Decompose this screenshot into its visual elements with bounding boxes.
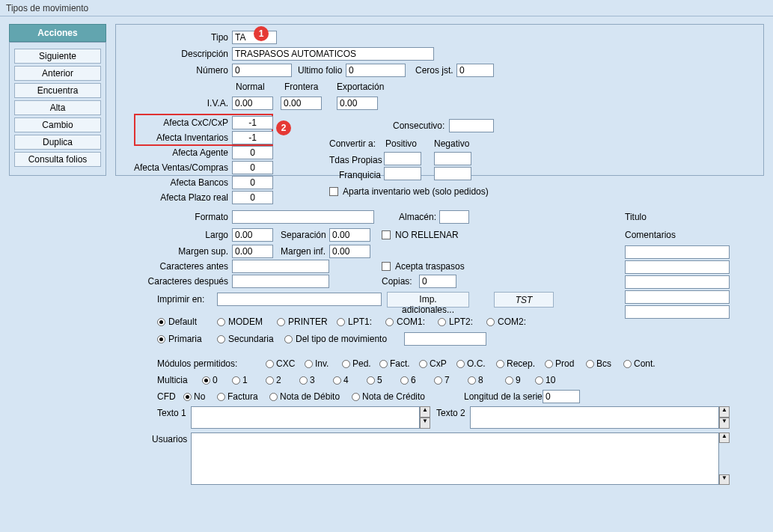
texto1-spin-up[interactable]: ▲: [420, 406, 430, 418]
multicia-7-radio[interactable]: [434, 376, 442, 385]
mod-oc-radio[interactable]: [456, 360, 465, 368]
comentarios-input-4[interactable]: [625, 290, 730, 304]
printer-com1-radio[interactable]: [385, 318, 394, 326]
imprimir-en-input[interactable]: [217, 293, 382, 306]
formato-input[interactable]: [232, 210, 374, 224]
mode-deltipo-radio[interactable]: [284, 335, 293, 343]
multicia-3-radio[interactable]: [299, 376, 308, 385]
imp-adicionales-button[interactable]: Imp. adicionales...: [387, 292, 469, 308]
comentarios-input-1[interactable]: [625, 245, 730, 259]
caracteres-antes-input[interactable]: [232, 260, 329, 273]
cfd-notacredito-radio[interactable]: [352, 393, 360, 401]
usuarios-scroll-down[interactable]: ▼: [719, 474, 730, 485]
aparta-inv-check[interactable]: [329, 187, 338, 196]
mod-prod-radio[interactable]: [545, 360, 553, 368]
multicia-8-radio[interactable]: [468, 376, 476, 385]
ultimo-folio-input[interactable]: [346, 64, 406, 77]
mod-oc-label: O.C.: [467, 358, 486, 369]
printer-com2-radio[interactable]: [486, 318, 495, 326]
usuarios-scroll-up[interactable]: ▲: [719, 432, 730, 443]
multicia-6-radio[interactable]: [400, 376, 409, 385]
printer-lpt1-radio[interactable]: [337, 318, 345, 326]
multicia-4-radio[interactable]: [333, 376, 341, 385]
comentarios-input-5[interactable]: [625, 305, 730, 319]
afecta-ventas-input[interactable]: [232, 161, 273, 174]
tdas-propias-input2[interactable]: [434, 152, 471, 165]
largo-input[interactable]: [232, 228, 273, 242]
action-siguiente[interactable]: Siguiente: [14, 49, 101, 64]
multicia-1-radio[interactable]: [232, 376, 240, 385]
cfd-notadebito-radio[interactable]: [269, 393, 278, 401]
tst-button[interactable]: TST: [494, 292, 554, 308]
mode-primaria-radio[interactable]: [157, 335, 165, 343]
action-cambio[interactable]: Cambio: [14, 117, 101, 132]
franquicia-input[interactable]: [384, 167, 421, 180]
mod-recep-radio[interactable]: [496, 360, 504, 368]
action-consulta-folios[interactable]: Consulta folios: [14, 152, 101, 167]
printer-modem-radio[interactable]: [217, 318, 225, 326]
no-rellenar-check[interactable]: [382, 230, 391, 239]
tdas-propias-input[interactable]: [384, 152, 421, 165]
texto2-spin-down[interactable]: ▼: [719, 418, 730, 429]
texto2-spin-up[interactable]: ▲: [719, 406, 730, 418]
multicia-9-label: 9: [516, 375, 521, 385]
iva-frontera-input[interactable]: [281, 97, 322, 110]
afecta-plazo-input[interactable]: [232, 191, 273, 204]
printer-lpt1-label: LPT1:: [348, 317, 372, 327]
mod-bcs-radio[interactable]: [586, 360, 594, 368]
comentarios-label: Comentarios: [625, 230, 676, 240]
multicia-5-radio[interactable]: [367, 376, 375, 385]
action-encuentra[interactable]: Encuentra: [14, 83, 101, 98]
multicia-9-radio[interactable]: [505, 376, 513, 385]
multicia-2-radio[interactable]: [266, 376, 274, 385]
franquicia-input2[interactable]: [434, 167, 471, 180]
action-anterior[interactable]: Anterior: [14, 66, 101, 81]
afecta-cxc-input[interactable]: [232, 116, 273, 129]
mod-cont-label: Cont.: [634, 358, 656, 369]
mod-cxc-radio[interactable]: [266, 360, 274, 368]
afecta-agente-input[interactable]: [232, 146, 273, 159]
comentarios-input-3[interactable]: [625, 275, 730, 289]
descripcion-input[interactable]: [232, 47, 434, 61]
del-tipo-input[interactable]: [404, 332, 486, 346]
action-alta[interactable]: Alta: [14, 100, 101, 115]
iva-normal-input[interactable]: [232, 97, 273, 110]
mod-cont-radio[interactable]: [623, 360, 632, 368]
mod-inv-radio[interactable]: [305, 360, 313, 368]
separacion-input[interactable]: [329, 228, 370, 242]
comentarios-input-2[interactable]: [625, 260, 730, 274]
mod-fact-radio[interactable]: [379, 360, 388, 368]
mod-cxp-radio[interactable]: [419, 360, 427, 368]
printer-printer-radio[interactable]: [277, 318, 285, 326]
cfd-factura-radio[interactable]: [217, 393, 225, 401]
multicia-0-radio[interactable]: [202, 376, 210, 385]
mod-cxp-label: CxP: [430, 358, 447, 369]
action-duplica[interactable]: Duplica: [14, 135, 101, 150]
mode-deltipo-label: Del tipo de movimiento: [296, 334, 387, 344]
afecta-bancos-input[interactable]: [232, 176, 273, 189]
printer-default-radio[interactable]: [157, 318, 165, 326]
margen-inf-input[interactable]: [329, 245, 370, 258]
ceros-jst-label: Ceros jst.: [415, 65, 453, 76]
mode-secundaria-radio[interactable]: [217, 335, 225, 343]
multicia-10-radio[interactable]: [535, 376, 543, 385]
texto1-input[interactable]: [191, 406, 420, 429]
consecutivo-input[interactable]: [449, 119, 494, 132]
numero-input[interactable]: [232, 64, 292, 77]
printer-lpt2-radio[interactable]: [438, 318, 446, 326]
copias-input[interactable]: [419, 275, 456, 288]
acepta-traspasos-check[interactable]: [382, 262, 391, 271]
ceros-jst-input[interactable]: [456, 64, 494, 77]
cfd-no-radio[interactable]: [183, 393, 192, 401]
mod-ped-radio[interactable]: [342, 360, 350, 368]
afecta-inv-input[interactable]: [232, 131, 273, 144]
caracteres-despues-input[interactable]: [232, 275, 329, 288]
longitud-serie-input[interactable]: [543, 390, 580, 403]
almacen-input[interactable]: [439, 210, 469, 224]
texto2-input[interactable]: [470, 406, 719, 429]
multicia-7-label: 7: [444, 375, 450, 385]
usuarios-textarea[interactable]: [191, 432, 719, 485]
texto1-spin-down[interactable]: ▼: [420, 418, 430, 429]
margen-sup-input[interactable]: [232, 245, 273, 258]
iva-export-input[interactable]: [337, 97, 378, 110]
